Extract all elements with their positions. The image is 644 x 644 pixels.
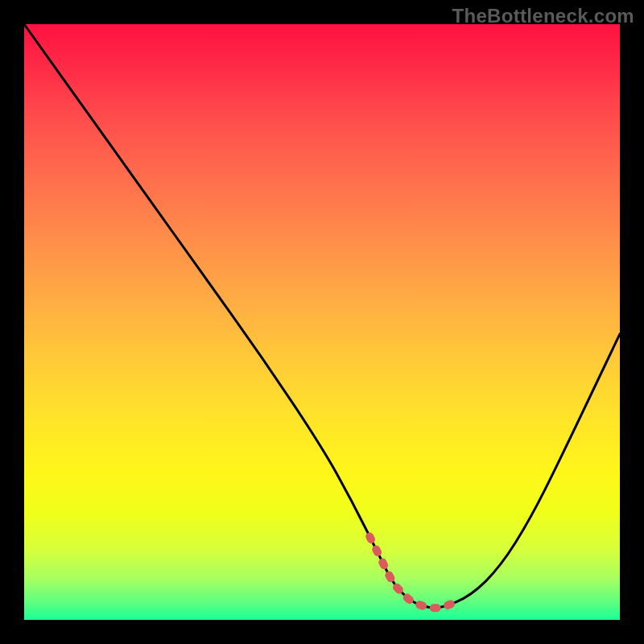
curve-svg	[24, 24, 620, 620]
optimal-range-highlight	[369, 536, 459, 608]
bottleneck-curve	[24, 24, 620, 608]
chart-container: TheBottleneck.com	[0, 0, 644, 644]
plot-area	[24, 24, 620, 620]
